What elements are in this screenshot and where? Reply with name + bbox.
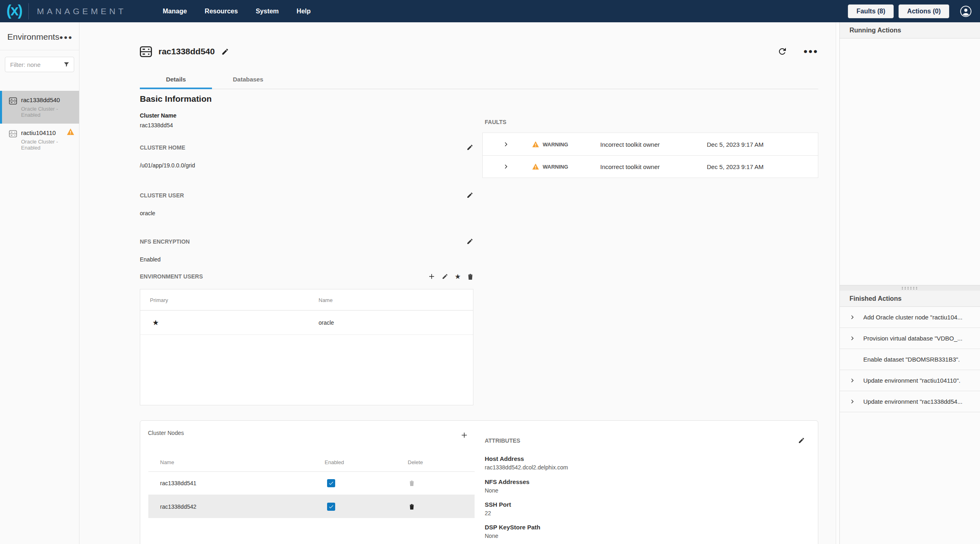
user-row-oracle[interactable]: ★ oracle [140,311,473,335]
attributes-section: ATTRIBUTES Host Address rac1338dd542.dco… [485,421,813,544]
actions-button[interactable]: Actions (0) [899,4,949,18]
cluster-name-value: rac1338dd54 [140,122,176,129]
fault-severity: WARNING [543,141,568,147]
set-primary-user-star-icon[interactable]: ★ [455,273,461,280]
cluster-nodes-heading: Cluster Nodes [148,430,184,436]
filter-input[interactable] [10,61,63,68]
cluster-node-row[interactable]: rac1338dd541 [148,472,475,495]
edit-attributes-icon[interactable] [798,437,805,444]
attribute-value: rac1338dd542.dcol2.delphix.com [485,464,568,471]
finished-action-label: Update environment "rac1338dd54... [863,398,963,405]
attribute-value: 22 [485,510,511,516]
node-enabled-checkbox[interactable] [327,503,335,511]
nfs-encryption-section: NFS ENCRYPTION Enabled [140,238,473,263]
environment-name: rac1338dd540 [21,96,75,103]
cluster-user-section: CLUSTER USER oracle [140,192,473,216]
server-icon [9,97,17,118]
environments-sidebar: Environments ●●● [0,22,79,544]
environment-users-section: ENVIRONMENT USERS ★ [140,273,473,280]
page-title: rac1338dd540 [158,47,215,56]
chevron-right-icon[interactable] [503,141,509,148]
attribute-label: NFS Addresses [485,478,529,485]
cluster-nodes-table-header: Name Enabled Delete [148,452,475,472]
environment-subtitle: Oracle Cluster - Enabled [21,106,75,118]
attribute-field: DSP KeyStore Path None [485,524,540,539]
nav-right: Faults (8) Actions (0) [848,4,980,18]
finished-action-label: Add Oracle cluster node "ractiu104... [863,314,963,321]
tab-details[interactable]: Details [140,71,212,89]
sidebar-title: Environments [7,32,59,42]
tab-databases[interactable]: Databases [212,71,284,89]
environment-title-row: rac1338dd540 ●●● [140,43,818,60]
add-cluster-node-icon[interactable] [460,431,468,439]
sidebar-item-rac1338dd540[interactable]: rac1338dd540 Oracle Cluster - Enabled [0,91,79,124]
server-icon [9,130,17,151]
delete-user-trash-icon[interactable] [467,273,473,280]
nodes-col-delete: Delete [408,459,423,465]
nav-item-system[interactable]: System [256,8,279,15]
nav-item-resources[interactable]: Resources [205,8,238,15]
nodes-col-enabled: Enabled [325,459,344,465]
environment-subtitle: Oracle Cluster - Enabled [21,139,75,151]
refresh-icon[interactable] [777,47,787,56]
filter-icon[interactable] [63,61,70,68]
nav-item-help[interactable]: Help [297,8,311,15]
grip-dots-icon [901,287,919,289]
chevron-right-icon[interactable] [849,377,863,383]
chevron-right-icon[interactable] [849,335,863,341]
nfs-encryption-value: Enabled [140,256,473,263]
node-name-cell: rac1338dd541 [160,480,197,486]
detail-tabs: Details Databases [140,71,818,89]
environment-users-table: Primary Name ★ oracle [140,289,473,405]
edit-nfs-encryption-icon[interactable] [466,238,473,245]
cluster-nodes-card: Cluster Nodes Name Enabled Delete rac133… [140,420,818,544]
edit-title-icon[interactable] [221,48,229,56]
attribute-value: None [485,533,540,539]
finished-action-label: Enable dataset "DBOMSRB331B3". [863,356,960,363]
environment-list: rac1338dd540 Oracle Cluster - Enabled [0,91,79,156]
sidebar-overflow-menu-icon[interactable]: ●●● [59,34,73,41]
sidebar-header: Environments ●●● [0,22,79,50]
user-avatar-icon[interactable] [960,5,972,17]
chevron-right-icon[interactable] [849,314,863,320]
panel-resize-handle[interactable] [840,285,980,291]
delete-node-trash-icon[interactable] [409,480,415,486]
edit-cluster-home-icon[interactable] [466,144,473,151]
user-name-cell: oracle [319,319,334,326]
attribute-value: None [485,487,529,494]
warning-icon [532,164,539,170]
nav-item-manage[interactable]: Manage [163,8,187,15]
add-user-icon[interactable] [428,273,435,280]
fault-row[interactable]: WARNING Incorrect toolkit owner Dec 5, 2… [482,133,818,155]
sidebar-item-ractiu104110[interactable]: ractiu104110 Oracle Cluster - Enabled [0,124,79,156]
chevron-right-icon[interactable] [503,163,509,170]
cluster-node-row[interactable]: rac1338dd542 [148,495,475,518]
finished-action-item[interactable]: Update environment "ractiu104110". [840,370,980,391]
fault-date: Dec 5, 2023 9:17 AM [707,163,764,170]
page-overflow-menu-icon[interactable]: ●●● [803,47,818,56]
edit-cluster-user-icon[interactable] [466,192,473,199]
delete-node-trash-icon[interactable] [409,503,415,510]
fault-row[interactable]: WARNING Incorrect toolkit owner Dec 5, 2… [482,155,818,178]
delphix-logo-icon: (x) [6,2,22,19]
cluster-home-value: /u01/app/19.0.0.0/grid [140,162,473,169]
chevron-right-icon[interactable] [849,398,863,405]
server-icon [140,46,152,57]
faults-list: WARNING Incorrect toolkit owner Dec 5, 2… [482,133,818,178]
finished-action-item[interactable]: Enable dataset "DBOMSRB331B3". [840,349,980,370]
nodes-col-name: Name [160,459,174,465]
finished-action-item[interactable]: Add Oracle cluster node "ractiu104... [840,307,980,328]
node-enabled-checkbox[interactable] [327,479,335,487]
finished-action-item[interactable]: Update environment "rac1338dd54... [840,391,980,412]
edit-user-icon[interactable] [442,273,448,280]
nfs-encryption-label: NFS ENCRYPTION [140,238,190,245]
fault-title: Incorrect toolkit owner [600,163,660,170]
main-scrollbar-track[interactable] [836,22,840,544]
running-actions-list [840,39,980,285]
environment-filter [5,57,74,72]
finished-action-item[interactable]: Provision virtual database "VDBO_... [840,328,980,349]
nav-menu: Manage Resources System Help [163,8,311,15]
actions-panel: Running Actions Finished Actions Add Ora… [840,22,980,544]
cluster-user-label: CLUSTER USER [140,192,184,199]
faults-button[interactable]: Faults (8) [848,4,894,18]
